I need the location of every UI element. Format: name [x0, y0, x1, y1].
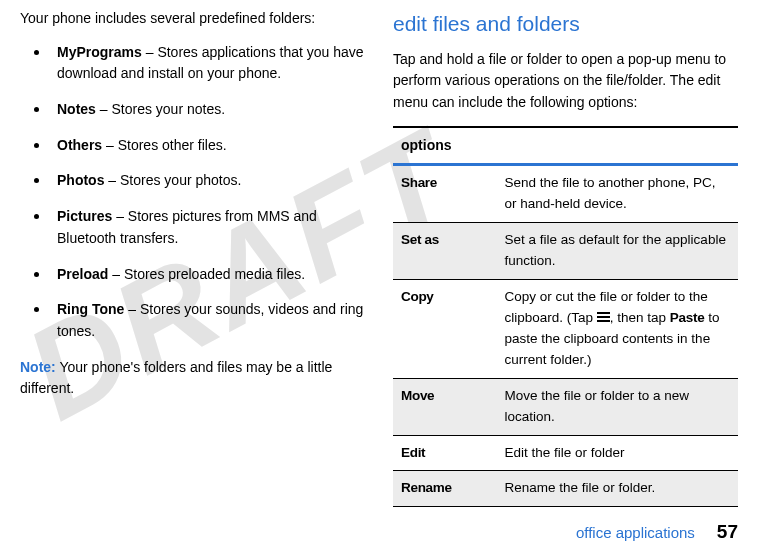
bullet-icon	[34, 272, 39, 277]
folder-list: MyPrograms – Stores applications that yo…	[20, 42, 365, 343]
list-item: Others – Stores other files.	[20, 135, 365, 157]
table-row: Move Move the file or folder to a new lo…	[393, 378, 738, 435]
bullet-text: Ring Tone – Stores your sounds, videos a…	[57, 299, 365, 342]
bullet-text: Pictures – Stores pictures from MMS and …	[57, 206, 365, 249]
bullet-icon	[34, 143, 39, 148]
option-desc: Copy or cut the file or folder to the cl…	[497, 279, 739, 378]
folder-desc: – Stores other files.	[102, 137, 227, 153]
option-name: Copy	[393, 279, 497, 378]
list-item: MyPrograms – Stores applications that yo…	[20, 42, 365, 85]
folder-desc: – Stores your notes.	[96, 101, 225, 117]
options-table: options Share Send the file to another p…	[393, 126, 738, 508]
table-row: Share Send the file to another phone, PC…	[393, 165, 738, 223]
folder-desc: – Stores preloaded media files.	[108, 266, 305, 282]
list-item: Pictures – Stores pictures from MMS and …	[20, 206, 365, 249]
folder-name: Preload	[57, 266, 108, 282]
option-desc: Edit the file or folder	[497, 435, 739, 471]
folder-name: MyPrograms	[57, 44, 142, 60]
bullet-icon	[34, 178, 39, 183]
bullet-text: Notes – Stores your notes.	[57, 99, 365, 121]
left-column: Your phone includes several predefined f…	[20, 8, 379, 539]
menu-icon	[597, 312, 610, 323]
note-label: Note:	[20, 359, 56, 375]
option-name: Edit	[393, 435, 497, 471]
paste-label: Paste	[670, 310, 705, 325]
intro-text: Your phone includes several predefined f…	[20, 8, 365, 30]
bullet-text: Others – Stores other files.	[57, 135, 365, 157]
bullet-text: Preload – Stores preloaded media files.	[57, 264, 365, 286]
option-name: Share	[393, 165, 497, 223]
bullet-icon	[34, 307, 39, 312]
folder-name: Photos	[57, 172, 104, 188]
note-text: Your phone's folders and files may be a …	[20, 359, 332, 397]
list-item: Ring Tone – Stores your sounds, videos a…	[20, 299, 365, 342]
option-name: Move	[393, 378, 497, 435]
list-item: Preload – Stores preloaded media files.	[20, 264, 365, 286]
folder-desc: – Stores your photos.	[104, 172, 241, 188]
table-row: Rename Rename the file or folder.	[393, 471, 738, 507]
folder-name: Notes	[57, 101, 96, 117]
page-content: Your phone includes several predefined f…	[0, 0, 758, 549]
list-item: Photos – Stores your photos.	[20, 170, 365, 192]
table-header-row: options	[393, 127, 738, 165]
bullet-text: MyPrograms – Stores applications that yo…	[57, 42, 365, 85]
section-intro: Tap and hold a file or folder to open a …	[393, 49, 738, 114]
option-name: Set as	[393, 223, 497, 280]
bullet-text: Photos – Stores your photos.	[57, 170, 365, 192]
option-desc: Send the file to another phone, PC, or h…	[497, 165, 739, 223]
right-column: edit files and folders Tap and hold a fi…	[379, 8, 738, 539]
copy-desc-mid: , then tap	[610, 310, 670, 325]
folder-name: Ring Tone	[57, 301, 124, 317]
table-row: Edit Edit the file or folder	[393, 435, 738, 471]
table-row: Copy Copy or cut the file or folder to t…	[393, 279, 738, 378]
option-desc: Rename the file or folder.	[497, 471, 739, 507]
bullet-icon	[34, 214, 39, 219]
option-desc: Set a file as default for the applicable…	[497, 223, 739, 280]
list-item: Notes – Stores your notes.	[20, 99, 365, 121]
folder-name: Others	[57, 137, 102, 153]
note-line: Note: Your phone's folders and files may…	[20, 357, 365, 400]
option-desc: Move the file or folder to a new locatio…	[497, 378, 739, 435]
section-heading: edit files and folders	[393, 8, 738, 41]
table-header: options	[393, 127, 738, 165]
table-row: Set as Set a file as default for the app…	[393, 223, 738, 280]
folder-name: Pictures	[57, 208, 112, 224]
bullet-icon	[34, 50, 39, 55]
option-name: Rename	[393, 471, 497, 507]
bullet-icon	[34, 107, 39, 112]
